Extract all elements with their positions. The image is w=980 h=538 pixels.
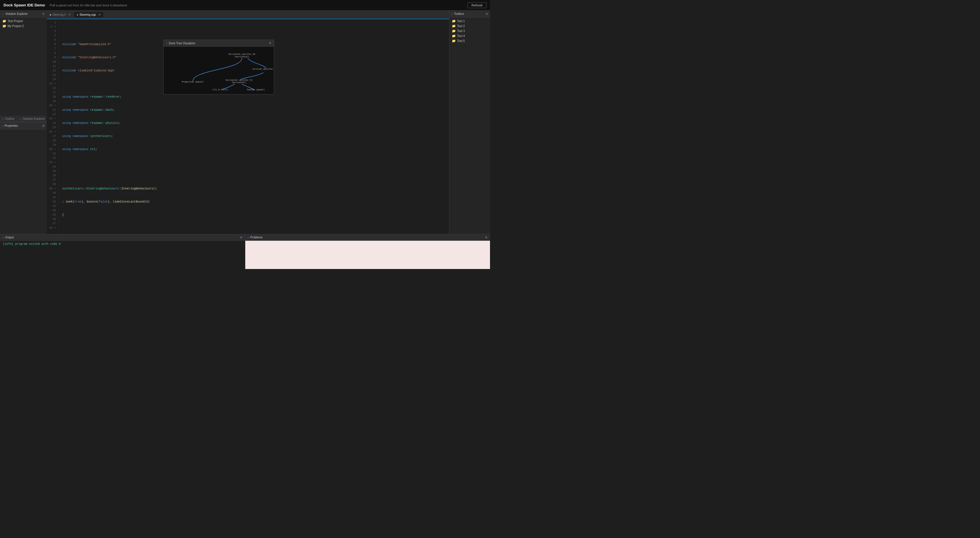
steering-cpp-dot: ● (77, 13, 78, 16)
svg-text:vertical_splitter_13 [v: vertical_splitter_13 [v (252, 68, 274, 70)
dock-tree-overlay: ○ Dock Tree Visualizer ✕ (163, 40, 274, 94)
editor-tab-steering-cpp-label: Steering.cpp (80, 13, 96, 16)
app-title: Dock Spawn IDE Demo (3, 3, 45, 7)
toolbox-icon: ○ (451, 13, 453, 16)
tool3-icon: 📁 (452, 29, 456, 33)
editor-tab-steering-cpp[interactable]: ● Steering.cpp ✕ (74, 12, 104, 17)
problems-content (245, 241, 490, 269)
toolbox-title: Toolbox (454, 12, 464, 16)
problems-icon: ○ (248, 236, 249, 239)
properties-close[interactable]: ✕ (42, 124, 45, 128)
folder-icon-test-project: 📁 (2, 19, 6, 23)
main-layout: → Solution Explorer ✕ 📁 Test Project 📁 M… (0, 11, 490, 269)
outline-icon: ○ (2, 117, 4, 121)
problems-title: Problems (250, 236, 262, 239)
svg-text:horizontal_splitter_15: horizontal_splitter_15 (226, 79, 252, 81)
svg-text:horizontal_splitter_10: horizontal_splitter_10 (228, 53, 255, 56)
toolbox-content: 📁 Tool 1 📁 Tool 2 📁 Tool 3 📁 Tool 4 📁 (449, 17, 490, 234)
dock-tree-icon: ○ (166, 42, 167, 44)
svg-text:[horizontal]: [horizontal] (232, 81, 246, 84)
toolbox-item-1[interactable]: 📁 Tool 1 (449, 19, 490, 24)
dock-tree-svg: horizontal_splitter_10 [horizontal] vert… (164, 47, 274, 94)
toolbox-item-4[interactable]: 📁 Tool 4 (449, 33, 490, 38)
left-tab-bar: ○ Outline → Solution Explorer (0, 116, 47, 122)
dock-tree-close[interactable]: ✕ (269, 41, 272, 45)
editor-area: ● Steering.h ✕ ● Steering.cpp ✕ 12 •345 … (47, 11, 449, 234)
solution-explorer-bottom-icon: → (19, 117, 22, 121)
tree-item-test-project[interactable]: 📁 Test Project (0, 19, 47, 24)
svg-text:Toolbox [panel]: Toolbox [panel] (247, 89, 264, 91)
steering-cpp-close[interactable]: ✕ (98, 13, 100, 16)
tree-item-label-test-project: Test Project (8, 19, 23, 23)
tab-solution-explorer-bottom[interactable]: → Solution Explorer (17, 116, 47, 121)
tool5-label: Tool 5 (457, 39, 465, 43)
toolbox-close[interactable]: ✕ (485, 12, 488, 16)
tool1-icon: 📁 (452, 19, 456, 23)
properties-icon: ○ (2, 124, 3, 127)
left-sidebar-column: → Solution Explorer ✕ 📁 Test Project 📁 M… (0, 11, 47, 234)
tool2-label: Tool 2 (457, 24, 465, 28)
problems-header: ○ Problems ✕ (245, 234, 490, 241)
bottom-panel: ○ Output ✕ [info] program exited with co… (0, 234, 490, 269)
output-panel: ○ Output ✕ [info] program exited with co… (0, 234, 245, 269)
properties-header: ○ Properties ✕ (0, 122, 47, 129)
tool2-icon: 📁 (452, 24, 456, 28)
properties-panel: ○ Properties ✕ (0, 122, 47, 234)
problems-close[interactable]: ✕ (485, 236, 488, 239)
solution-explorer-panel: → Solution Explorer ✕ 📁 Test Project 📁 M… (0, 11, 47, 122)
toolbox-item-3[interactable]: 📁 Tool 3 (449, 29, 490, 33)
middle-section: → Solution Explorer ✕ 📁 Test Project 📁 M… (0, 11, 490, 234)
tool5-icon: 📁 (452, 39, 456, 43)
tree-item-label-my-project: My Project 2 (8, 24, 24, 28)
refresh-button[interactable]: Refresh (468, 2, 487, 8)
toolbox-item-5[interactable]: 📁 Tool 5 (449, 38, 490, 43)
dock-tree-header: ○ Dock Tree Visualizer ✕ (164, 40, 274, 47)
steering-h-dot: ● (49, 13, 51, 16)
problems-panel: ○ Problems ✕ (245, 234, 490, 269)
editor-tab-steering-h[interactable]: ● Steering.h ✕ (47, 12, 74, 17)
tree-item-my-project[interactable]: 📁 My Project 2 (0, 24, 47, 29)
folder-icon-my-project: 📁 (2, 24, 6, 28)
topbar: Dock Spawn IDE Demo Pull a panel out fro… (0, 0, 490, 11)
solution-explorer-close[interactable]: ✕ (42, 12, 45, 16)
solution-explorer-title: Solution Explorer (6, 12, 28, 16)
editor-tab-bar: ● Steering.h ✕ ● Steering.cpp ✕ (47, 11, 449, 19)
tab-outline-label: Outline (5, 117, 14, 121)
steering-h-close[interactable]: ✕ (68, 13, 71, 16)
output-title: Output (5, 236, 14, 239)
output-text: [info] program exited with code 0 (3, 243, 60, 246)
tab-solution-explorer-bottom-label: Solution Explorer (23, 117, 45, 121)
tool4-label: Tool 4 (457, 34, 465, 38)
properties-title: Properties (5, 124, 18, 127)
solution-explorer-header: → Solution Explorer ✕ (0, 11, 47, 17)
editor-tab-steering-h-label: Steering.h (52, 13, 66, 16)
output-close[interactable]: ✕ (240, 236, 243, 239)
dock-tree-content: horizontal_splitter_10 [horizontal] vert… (164, 47, 274, 94)
solution-explorer-icon: → (2, 13, 5, 16)
properties-content (0, 129, 47, 234)
svg-text:[horizontal]: [horizontal] (234, 56, 249, 58)
toolbox-panel: ○ Toolbox ✕ 📁 Tool 1 📁 Tool 2 📁 Tool 3 (449, 11, 490, 234)
line-numbers: 12 •345 678910 1112131415 • 1617181920 •… (47, 19, 59, 234)
tab-outline[interactable]: ○ Outline (0, 116, 17, 121)
hint-text: Pull a panel out from it's title bar and… (49, 3, 463, 7)
tool3-label: Tool 3 (457, 29, 465, 33)
dock-tree-title: Dock Tree Visualizer (169, 42, 196, 45)
toolbox-header: ○ Toolbox ✕ (449, 11, 490, 17)
output-icon: ○ (2, 236, 4, 239)
svg-text:fill_0 [fill]: fill_0 [fill] (212, 89, 228, 91)
solution-explorer-content: 📁 Test Project 📁 My Project 2 (0, 17, 47, 116)
tool1-label: Tool 1 (457, 19, 465, 23)
toolbox-item-2[interactable]: 📁 Tool 2 (449, 24, 490, 29)
output-content: [info] program exited with code 0 (0, 241, 245, 269)
svg-text:Properties [panel]: Properties [panel] (182, 81, 204, 83)
output-header: ○ Output ✕ (0, 234, 245, 241)
tool4-icon: 📁 (452, 34, 456, 38)
